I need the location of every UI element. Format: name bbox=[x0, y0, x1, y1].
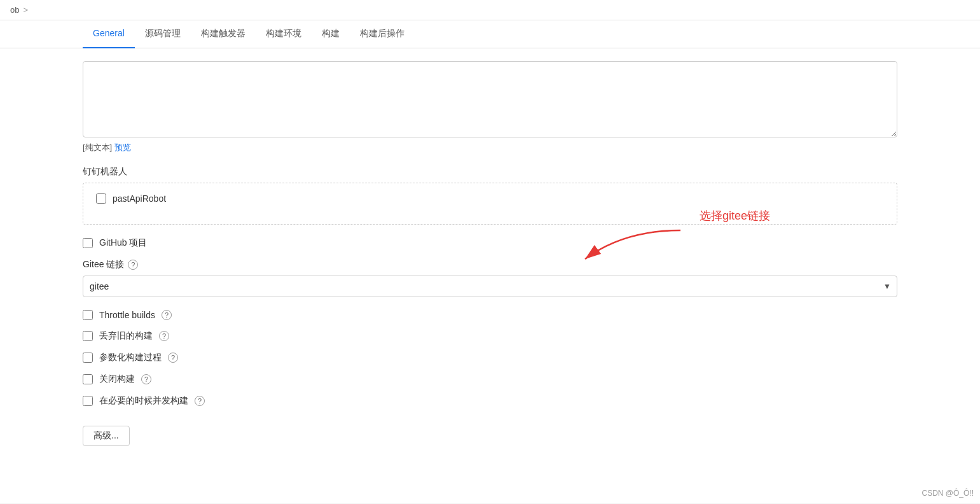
preview-prefix: [纯文本] bbox=[83, 143, 112, 152]
throttle-checkbox[interactable] bbox=[83, 310, 93, 320]
throttle-help-icon[interactable]: ? bbox=[162, 310, 172, 320]
close-label: 关闭构建 bbox=[99, 374, 135, 385]
parameterize-row: 参数化构建过程 ? bbox=[83, 352, 897, 363]
close-row: 关闭构建 ? bbox=[83, 374, 897, 385]
concurrent-checkbox[interactable] bbox=[83, 396, 93, 406]
throttle-row: Throttle builds ? bbox=[83, 310, 897, 320]
form-area: [纯文本] 预览 钉钉机器人 pastApiRobot GitHub 项目 Gi… bbox=[0, 48, 980, 472]
close-help-icon[interactable]: ? bbox=[141, 374, 151, 384]
discard-help-icon[interactable]: ? bbox=[159, 331, 169, 341]
csdn-watermark: CSDN @Ô_Ô!! bbox=[921, 489, 974, 498]
preview-link[interactable]: 预览 bbox=[114, 143, 131, 152]
tab-env[interactable]: 构建环境 bbox=[256, 20, 312, 48]
tab-bar: General 源码管理 构建触发器 构建环境 构建 构建后操作 bbox=[0, 20, 980, 48]
dingding-option-label: pastApiRobot bbox=[113, 193, 166, 204]
discard-checkbox[interactable] bbox=[83, 331, 93, 341]
dingding-label: 钉钉机器人 bbox=[83, 166, 897, 178]
github-row: GitHub 项目 bbox=[83, 237, 897, 249]
gitee-help-icon[interactable]: ? bbox=[128, 260, 138, 270]
concurrent-help-icon[interactable]: ? bbox=[195, 396, 205, 406]
description-textarea[interactable] bbox=[83, 61, 897, 137]
concurrent-row: 在必要的时候并发构建 ? bbox=[83, 395, 897, 407]
tab-source[interactable]: 源码管理 bbox=[135, 20, 191, 48]
options-section: Throttle builds ? 丢弃旧的构建 ? 参数化构建过程 ? 关闭构… bbox=[83, 310, 897, 407]
gitee-label-row: Gitee 链接 ? bbox=[83, 259, 897, 270]
main-content: General 源码管理 构建触发器 构建环境 构建 构建后操作 [纯文本] 预… bbox=[0, 20, 980, 503]
description-section: [纯文本] 预览 bbox=[83, 61, 897, 153]
breadcrumb-ob[interactable]: ob bbox=[10, 5, 19, 15]
gitee-section: Gitee 链接 ? 选择gitee链接 bbox=[83, 259, 897, 297]
tab-build[interactable]: 构建 bbox=[312, 20, 350, 48]
dingding-option-row: pastApiRobot bbox=[96, 193, 884, 204]
parameterize-label: 参数化构建过程 bbox=[99, 352, 162, 363]
dingding-box: pastApiRobot bbox=[83, 183, 897, 225]
gitee-select-wrapper: gitee ▼ bbox=[83, 276, 897, 297]
advanced-button[interactable]: 高级... bbox=[83, 426, 130, 446]
breadcrumb: ob > bbox=[0, 0, 980, 20]
dingding-section: 钉钉机器人 pastApiRobot bbox=[83, 166, 897, 225]
tab-general[interactable]: General bbox=[83, 20, 135, 48]
parameterize-help-icon[interactable]: ? bbox=[168, 353, 178, 363]
github-checkbox[interactable] bbox=[83, 238, 93, 248]
throttle-label: Throttle builds bbox=[99, 310, 155, 320]
discard-label: 丢弃旧的构建 bbox=[99, 330, 153, 342]
concurrent-label: 在必要的时候并发构建 bbox=[99, 395, 188, 407]
close-checkbox[interactable] bbox=[83, 374, 93, 384]
gitee-select[interactable]: gitee bbox=[83, 276, 897, 297]
tab-post[interactable]: 构建后操作 bbox=[350, 20, 415, 48]
breadcrumb-separator: > bbox=[23, 5, 28, 15]
dingding-checkbox[interactable] bbox=[96, 193, 106, 204]
gitee-label-text: Gitee 链接 bbox=[83, 259, 124, 270]
tab-trigger[interactable]: 构建触发器 bbox=[191, 20, 256, 48]
preview-link-row: [纯文本] 预览 bbox=[83, 142, 897, 153]
github-label: GitHub 项目 bbox=[99, 237, 147, 249]
discard-row: 丢弃旧的构建 ? bbox=[83, 330, 897, 342]
parameterize-checkbox[interactable] bbox=[83, 353, 93, 363]
